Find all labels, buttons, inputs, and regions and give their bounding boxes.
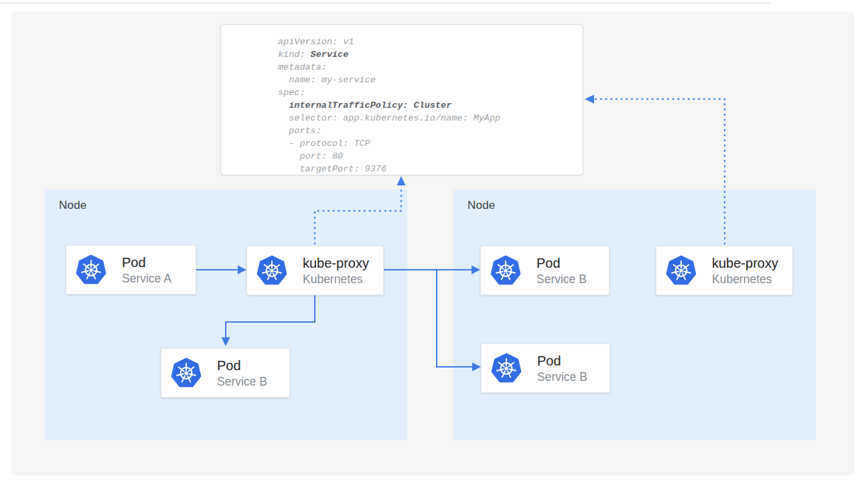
card-subtitle: Service B bbox=[217, 374, 267, 389]
node-label: Node bbox=[467, 199, 495, 212]
node-box-right: Node bbox=[453, 189, 816, 440]
kubernetes-wheel-icon bbox=[490, 254, 522, 287]
card-subtitle: Service B bbox=[537, 370, 587, 384]
node-box-left: Node bbox=[45, 189, 407, 440]
kubernetes-traffic-policy-diagram: Node Node apiVersion: v1 kind: Service m… bbox=[0, 0, 868, 488]
node-label: Node bbox=[59, 199, 86, 212]
kubernetes-wheel-icon bbox=[490, 352, 522, 384]
card-subtitle: Kubernetes bbox=[712, 272, 778, 287]
yaml-line: port: 80 bbox=[278, 150, 583, 163]
card-subtitle: Kubernetes bbox=[303, 272, 369, 287]
card-subtitle: Service A bbox=[122, 271, 171, 286]
yaml-line: kind: Service bbox=[278, 48, 583, 61]
pod-card-service-a: Pod Service A bbox=[66, 245, 196, 295]
yaml-line-internal-traffic-policy: internalTrafficPolicy: Cluster bbox=[278, 99, 583, 112]
kubernetes-wheel-icon bbox=[75, 254, 107, 286]
yaml-line: spec: bbox=[278, 86, 583, 99]
kubernetes-wheel-icon bbox=[256, 254, 288, 287]
card-title: kube-proxy bbox=[712, 255, 778, 272]
yaml-line: metadata: bbox=[278, 61, 583, 74]
pod-card-service-b-right-top: Pod Service B bbox=[480, 246, 609, 295]
pod-card-service-b-left: Pod Service B bbox=[161, 348, 290, 398]
pod-card-service-b-right-bottom: Pod Service B bbox=[481, 343, 610, 393]
kube-proxy-card-right: kube-proxy Kubernetes bbox=[656, 246, 793, 295]
kubernetes-wheel-icon bbox=[170, 357, 202, 389]
yaml-line: - protocol: TCP bbox=[278, 137, 583, 150]
kube-proxy-card-left: kube-proxy Kubernetes bbox=[246, 246, 384, 295]
card-subtitle: Service B bbox=[536, 272, 587, 287]
service-yaml-card: apiVersion: v1 kind: Service metadata: n… bbox=[220, 24, 583, 175]
yaml-line: apiVersion: v1 bbox=[278, 35, 583, 48]
kubernetes-wheel-icon bbox=[665, 254, 697, 287]
top-divider bbox=[0, 3, 770, 3]
yaml-line: targetPort: 9376 bbox=[278, 163, 583, 175]
card-title: Pod bbox=[536, 255, 587, 272]
card-title: Pod bbox=[122, 254, 171, 271]
yaml-line: name: my-service bbox=[278, 74, 583, 86]
yaml-line: selector: app.kubernetes.io/name: MyApp bbox=[278, 112, 583, 125]
card-title: Pod bbox=[537, 353, 587, 370]
card-title: Pod bbox=[217, 357, 267, 374]
card-title: kube-proxy bbox=[303, 255, 369, 272]
yaml-line: ports: bbox=[278, 125, 583, 137]
